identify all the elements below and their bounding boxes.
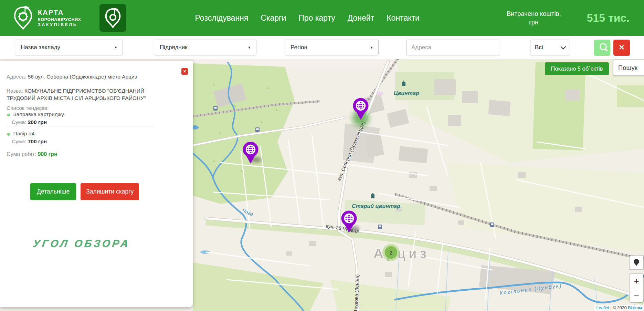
address-label: Адреса: bbox=[7, 74, 26, 80]
caret-down-icon: ▼ bbox=[247, 46, 251, 49]
caret-down-icon: ▼ bbox=[114, 46, 118, 49]
spent-value: 515 тис. bbox=[587, 12, 630, 24]
search-button[interactable] bbox=[594, 40, 610, 56]
spent-label: Витрачено коштів, грн bbox=[504, 9, 564, 27]
logo-line1: КАРТА bbox=[38, 9, 81, 17]
spent-block: Витрачено коштів, грн 515 тис. bbox=[504, 9, 630, 27]
map-pin-virus-icon bbox=[12, 4, 34, 31]
tender-sum-label: Сума: bbox=[12, 119, 26, 125]
nav-donate[interactable]: Донейт bbox=[348, 13, 374, 23]
region-dropdown[interactable]: Регіон ▼ bbox=[285, 40, 379, 55]
logo-badge[interactable] bbox=[99, 4, 126, 32]
map-label-cemetery: Цвинтар bbox=[394, 90, 419, 96]
region-dropdown-label: Регіон bbox=[291, 44, 307, 51]
object-name: Назва: КОМУНАЛЬНЕ ПІДПРИЄМСТВО "ОБ'ЄДНАН… bbox=[7, 87, 155, 102]
logo-line3: ЗАКУПІВЕЛЬ bbox=[38, 22, 81, 27]
filter-bar: Назва закладу ▼ Підрядник ▼ Регіон ▼ Всі… bbox=[0, 36, 644, 59]
pin-icon bbox=[633, 258, 640, 267]
clear-filters-button[interactable]: ✕ bbox=[613, 40, 630, 56]
zoom-control: + − bbox=[629, 273, 644, 303]
site-logo[interactable]: КАРТА КОРОНАВІРУСНИХ ЗАКУПІВЕЛЬ bbox=[12, 4, 81, 31]
address-value: 56 вул. Соборна (Орджонікідзе) місто Арц… bbox=[28, 74, 137, 80]
total-sum-label: Сума робіт: bbox=[7, 151, 36, 157]
tender-item: ●Папір а4 Сума: 700 грн bbox=[7, 131, 155, 145]
nav-about[interactable]: Про карту bbox=[298, 13, 335, 23]
tender-sum-label: Сума: bbox=[12, 138, 26, 144]
vizicom-link[interactable]: Візіком bbox=[628, 305, 642, 310]
divider bbox=[7, 126, 154, 126]
nav-complaints[interactable]: Скарги bbox=[261, 13, 286, 23]
total-sum-value: 900 грн bbox=[38, 151, 57, 157]
cluster-count: 2 bbox=[390, 250, 392, 256]
bullet-icon: ● bbox=[7, 130, 10, 137]
search-icon bbox=[600, 43, 607, 50]
marker-cluster[interactable]: 2 bbox=[382, 244, 400, 261]
tender-sum-value: 700 грн bbox=[28, 138, 47, 144]
search-tab[interactable]: Пошук bbox=[613, 60, 644, 76]
panel-buttons: Детальніше Залишити скаргу bbox=[30, 183, 139, 200]
address-input[interactable] bbox=[406, 40, 500, 55]
object-address: Адреса: 56 вул. Соборна (Орджонікідзе) м… bbox=[7, 73, 155, 80]
leaflet-link[interactable]: Leaflet bbox=[597, 305, 610, 310]
map-canvas[interactable]: Цвинтар Старий цвинтар вул. Соборна (Орд… bbox=[0, 59, 644, 311]
name-label: Назва: bbox=[7, 88, 23, 94]
locate-marker-button[interactable] bbox=[629, 255, 644, 270]
nav-investigations[interactable]: Розслідування bbox=[195, 13, 249, 23]
logo-text: КАРТА КОРОНАВІРУСНИХ ЗАКУПІВЕЛЬ bbox=[38, 9, 81, 27]
leave-complaint-button[interactable]: Залишити скаргу bbox=[81, 183, 139, 200]
tender-item: ●Заправка картриджу Сума: 200 грн bbox=[7, 111, 155, 125]
status-select-value: Всі bbox=[535, 44, 543, 51]
caret-down-icon: ▼ bbox=[370, 46, 373, 49]
main-nav: Розслідування Скарги Про карту Донейт Ко… bbox=[195, 13, 420, 23]
facility-dropdown[interactable]: Назва закладу ▼ bbox=[15, 40, 123, 55]
tender-name: Заправка картриджу bbox=[13, 111, 64, 117]
details-button[interactable]: Детальніше bbox=[30, 183, 76, 200]
header: КАРТА КОРОНАВІРУСНИХ ЗАКУПІВЕЛЬ Розсліду… bbox=[0, 0, 644, 36]
total-sum: Сума робіт: 900 грн bbox=[7, 151, 155, 158]
zoom-out-button[interactable]: − bbox=[630, 288, 643, 302]
facility-dropdown-label: Назва закладу bbox=[21, 44, 60, 51]
zoom-in-button[interactable]: + bbox=[630, 274, 643, 288]
tender-name: Папір а4 bbox=[13, 131, 34, 136]
divider bbox=[7, 146, 154, 146]
name-value: КОМУНАЛЬНЕ ПІДПРИЄМСТВО "ОБ'ЄДНАНИЙ ТРУД… bbox=[7, 88, 146, 101]
map-label-city: Арциз bbox=[374, 246, 430, 261]
chevron-down-icon bbox=[561, 44, 566, 49]
bullet-icon: ● bbox=[7, 111, 10, 118]
map-attribution: Leaflet | © 2020 Візіком bbox=[594, 305, 644, 311]
logo-line2: КОРОНАВІРУСНИХ bbox=[38, 17, 81, 22]
tenders-list-label: Список тендерів: bbox=[7, 104, 155, 112]
nav-contacts[interactable]: Контакти bbox=[387, 13, 420, 23]
contractor-dropdown[interactable]: Підрядник ▼ bbox=[154, 40, 256, 55]
map-pin-flag-icon bbox=[104, 7, 122, 29]
shown-objects-badge: Показано 5 об`єктів bbox=[545, 62, 609, 75]
tender-sum-value: 200 грн bbox=[28, 119, 47, 125]
map-label-old-cemetery: Старий цвинтар bbox=[352, 203, 400, 209]
info-panel: ✕ Адреса: 56 вул. Соборна (Орджонікідзе)… bbox=[0, 61, 193, 307]
status-select[interactable]: Всі bbox=[530, 40, 570, 55]
contractor-dropdown-label: Підрядник bbox=[160, 44, 188, 51]
close-icon[interactable]: ✕ bbox=[181, 68, 188, 75]
watermark: УГОЛ ОБЗОРА bbox=[32, 238, 131, 249]
attribution-text: | © 2020 bbox=[609, 305, 628, 310]
